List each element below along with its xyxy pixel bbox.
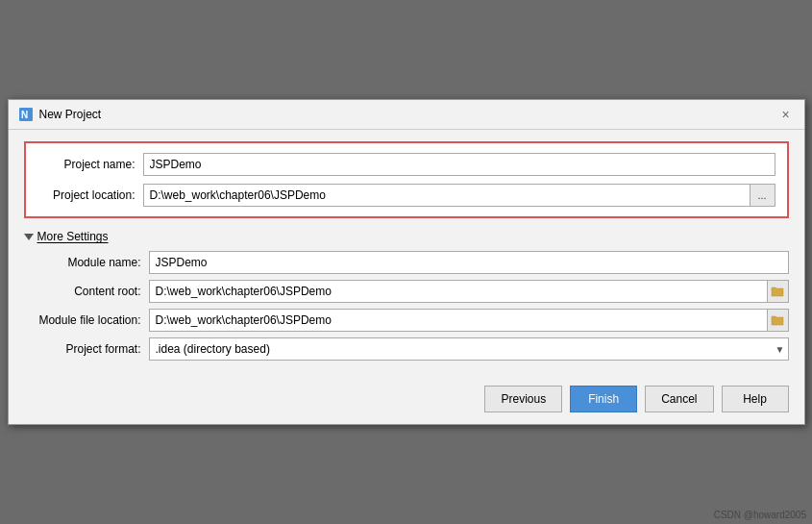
module-name-row: Module name: <box>24 251 789 274</box>
cancel-button[interactable]: Cancel <box>645 386 713 412</box>
dialog-body: Project name: Project location: ... More… <box>9 130 804 378</box>
dialog-title: New Project <box>39 108 102 121</box>
content-root-browse-button[interactable] <box>768 280 789 303</box>
project-name-row: Project name: <box>37 153 775 176</box>
dialog-icon: N <box>18 107 34 122</box>
content-root-row: Content root: <box>24 280 789 303</box>
content-root-label: Content root: <box>24 285 149 298</box>
more-settings-label: More Settings <box>37 230 109 243</box>
module-file-label: Module file location: <box>24 313 149 327</box>
project-location-row: Project location: ... <box>37 184 775 207</box>
project-location-input-group: ... <box>143 184 775 207</box>
project-location-browse-button[interactable]: ... <box>750 184 775 207</box>
close-button[interactable]: × <box>777 106 795 123</box>
folder-icon-2 <box>771 314 784 326</box>
content-root-input[interactable] <box>149 280 768 303</box>
module-file-row: Module file location: <box>24 309 789 332</box>
project-format-select[interactable]: .idea (directory based).ipr (file based) <box>149 337 789 361</box>
collapse-triangle-icon <box>24 234 34 240</box>
project-location-input[interactable] <box>143 184 750 207</box>
more-settings-content: Module name: Content root: Module file l… <box>24 251 789 361</box>
watermark: CSDN @howard2005 <box>714 510 806 520</box>
more-settings-section: More Settings Module name: Content root: <box>24 230 789 366</box>
project-form-section: Project name: Project location: ... <box>24 141 789 218</box>
folder-icon <box>771 286 784 297</box>
help-button[interactable]: Help <box>722 386 789 412</box>
project-name-label: Project name: <box>37 158 143 171</box>
more-settings-header[interactable]: More Settings <box>24 230 789 243</box>
new-project-dialog: N New Project × Project name: Project lo… <box>8 99 805 425</box>
previous-button[interactable]: Previous <box>484 386 562 412</box>
project-name-input[interactable] <box>143 153 775 176</box>
finish-button[interactable]: Finish <box>570 386 637 412</box>
module-name-input[interactable] <box>149 251 789 274</box>
module-file-input[interactable] <box>149 309 768 332</box>
svg-text:N: N <box>21 110 28 120</box>
project-location-label: Project location: <box>37 188 143 202</box>
project-format-row: Project format: .idea (directory based).… <box>24 337 789 361</box>
project-format-label: Project format: <box>24 342 149 356</box>
title-bar: N New Project × <box>9 100 804 130</box>
dialog-footer: Previous Finish Cancel Help <box>9 378 804 424</box>
module-name-label: Module name: <box>24 256 149 269</box>
title-bar-left: N New Project <box>18 107 102 122</box>
module-file-browse-button[interactable] <box>768 309 789 332</box>
project-format-select-wrapper: .idea (directory based).ipr (file based)… <box>149 337 789 361</box>
